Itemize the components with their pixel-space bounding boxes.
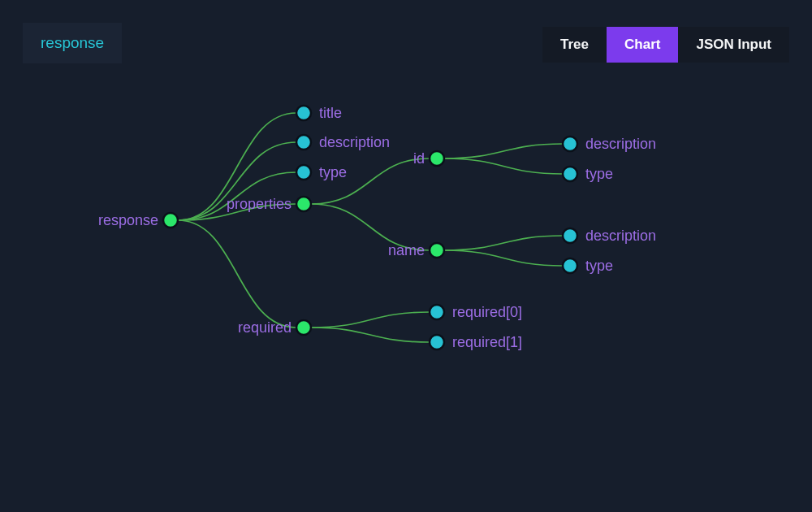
edge <box>311 312 430 328</box>
edge <box>311 158 430 204</box>
edge <box>178 172 296 220</box>
node-dot[interactable] <box>296 165 311 180</box>
edge <box>178 220 296 328</box>
node-dot[interactable] <box>296 320 311 335</box>
node-dot[interactable] <box>563 258 577 273</box>
node-dot[interactable] <box>430 305 444 319</box>
edge <box>178 142 296 220</box>
edge <box>444 236 563 250</box>
node-dot[interactable] <box>430 243 444 258</box>
node-dot[interactable] <box>296 135 311 150</box>
edges-layer <box>0 0 812 512</box>
edge <box>444 250 563 266</box>
edge <box>444 144 563 158</box>
node-dot[interactable] <box>563 228 577 243</box>
node-dot[interactable] <box>563 167 577 181</box>
node-dot[interactable] <box>296 106 311 120</box>
edge <box>311 328 430 342</box>
node-dot[interactable] <box>296 197 311 211</box>
tree-chart[interactable]: responsetitledescriptiontypepropertiesid… <box>0 0 812 512</box>
edge <box>311 204 430 250</box>
edge <box>444 158 563 174</box>
node-dot[interactable] <box>563 137 577 151</box>
node-dot[interactable] <box>163 213 178 228</box>
node-dot[interactable] <box>430 151 444 166</box>
node-dot[interactable] <box>430 335 444 349</box>
